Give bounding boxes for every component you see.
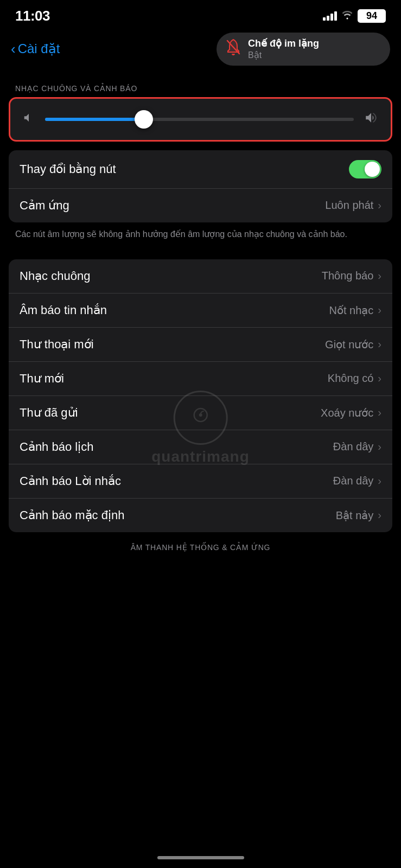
toggle-thumb <box>365 162 380 177</box>
silent-title: Chế độ im lặng <box>248 38 319 50</box>
volume-description: Các nút âm lượng sẽ không ảnh hưởng đến … <box>0 222 401 251</box>
sound-row-value-4: Xoáy nước <box>321 406 373 419</box>
volume-low-icon <box>21 112 36 127</box>
volume-slider-fill <box>45 118 144 121</box>
cam-ung-value: Luôn phát <box>325 199 373 212</box>
sound-row-1[interactable]: Âm báo tin nhắn Nốt nhạc › <box>9 293 392 328</box>
nav-bar: ‹ Cài đặt Chế độ im lặng Bật <box>0 28 401 74</box>
section-label-ringtone: NHẠC CHUÔNG VÀ CẢNH BÁO <box>0 74 401 97</box>
row-thay-doi[interactable]: Thay đổi bằng nút <box>9 150 392 189</box>
sound-row-value-3: Không có <box>328 372 374 385</box>
sound-row-chevron-icon-1: › <box>378 304 381 316</box>
sound-row-right-0: Thông báo › <box>322 270 381 282</box>
section-label-system-sound: ÂM THANH HỆ THỐNG & CẢM ỨNG <box>0 532 401 595</box>
signal-icon <box>323 11 337 21</box>
status-icons: 94 <box>323 9 386 23</box>
sound-row-chevron-icon-5: › <box>378 441 381 453</box>
sound-row-chevron-icon-3: › <box>378 372 381 385</box>
sound-row-label-3: Thư mới <box>20 372 64 386</box>
sound-row-chevron-icon-4: › <box>378 406 381 419</box>
volume-slider-track[interactable] <box>45 118 354 121</box>
thay-doi-label: Thay đổi bằng nút <box>20 162 116 176</box>
home-indicator-container <box>0 851 401 868</box>
status-time: 11:03 <box>15 8 50 24</box>
sound-row-7[interactable]: Cảnh báo mặc định Bật nảy › <box>9 499 392 532</box>
sound-row-value-2: Giọt nước <box>325 338 373 351</box>
back-label: Cài đặt <box>18 41 60 56</box>
bell-slash-icon <box>225 39 241 60</box>
sound-row-label-4: Thư đã gửi <box>20 406 78 420</box>
wifi-icon <box>341 10 353 22</box>
sound-row-chevron-icon-2: › <box>378 338 381 350</box>
home-indicator <box>157 856 244 859</box>
silent-subtitle: Bật <box>248 50 319 60</box>
sound-row-right-2: Giọt nước › <box>325 338 381 351</box>
back-chevron-icon: ‹ <box>11 41 16 58</box>
thay-doi-toggle[interactable] <box>349 160 381 178</box>
sound-row-right-6: Đàn dây › <box>333 475 381 487</box>
battery-icon: 94 <box>358 9 386 23</box>
sound-row-label-0: Nhạc chuông <box>20 269 90 283</box>
sound-row-value-6: Đàn dây <box>333 475 374 487</box>
volume-high-icon <box>362 111 380 128</box>
sound-row-right-1: Nốt nhạc › <box>329 304 381 317</box>
sound-row-value-0: Thông báo <box>322 270 374 282</box>
back-button[interactable]: ‹ Cài đặt <box>11 41 60 58</box>
sound-row-5[interactable]: Cảnh báo lịch Đàn dây › <box>9 430 392 464</box>
silent-text: Chế độ im lặng Bật <box>248 38 319 60</box>
sound-list-card: Nhạc chuông Thông báo › Âm báo tin nhắn … <box>9 259 392 532</box>
sound-row-value-5: Đàn dây <box>333 441 374 453</box>
sound-row-3[interactable]: Thư mới Không có › <box>9 362 392 396</box>
volume-slider-thumb[interactable] <box>135 110 153 129</box>
sound-row-right-3: Không có › <box>328 372 381 385</box>
sound-row-value-1: Nốt nhạc <box>329 304 374 317</box>
sound-row-right-7: Bật nảy › <box>336 509 381 522</box>
sound-row-0[interactable]: Nhạc chuông Thông báo › <box>9 259 392 293</box>
sound-row-label-5: Cảnh báo lịch <box>20 440 93 454</box>
sound-row-right-4: Xoáy nước › <box>321 406 381 419</box>
volume-settings-card: Thay đổi bằng nút Cảm ứng Luôn phát › <box>9 150 392 222</box>
sound-row-label-7: Cảnh báo mặc định <box>20 508 124 522</box>
status-bar: 11:03 94 <box>0 0 401 28</box>
sound-row-chevron-icon-7: › <box>378 509 381 521</box>
silent-mode-pill[interactable]: Chế độ im lặng Bật <box>217 33 390 66</box>
sound-row-label-2: Thư thoại mới <box>20 337 94 352</box>
sound-row-chevron-icon-0: › <box>378 270 381 282</box>
sound-row-value-7: Bật nảy <box>336 509 374 522</box>
sound-row-4[interactable]: Thư đã gửi Xoáy nước › <box>9 396 392 430</box>
cam-ung-right: Luôn phát › <box>325 199 381 212</box>
sound-row-label-6: Cảnh báo Lời nhắc <box>20 474 121 488</box>
sound-row-chevron-icon-6: › <box>378 475 381 487</box>
volume-slider-card[interactable] <box>9 97 392 142</box>
cam-ung-chevron-icon: › <box>378 199 381 212</box>
cam-ung-label: Cảm ứng <box>20 199 69 213</box>
volume-row <box>21 111 380 128</box>
sound-row-right-5: Đàn dây › <box>333 441 381 453</box>
sound-row-6[interactable]: Cảnh báo Lời nhắc Đàn dây › <box>9 464 392 499</box>
row-cam-ung[interactable]: Cảm ứng Luôn phát › <box>9 189 392 222</box>
sound-row-label-1: Âm báo tin nhắn <box>20 303 107 317</box>
sound-row-2[interactable]: Thư thoại mới Giọt nước › <box>9 328 392 362</box>
